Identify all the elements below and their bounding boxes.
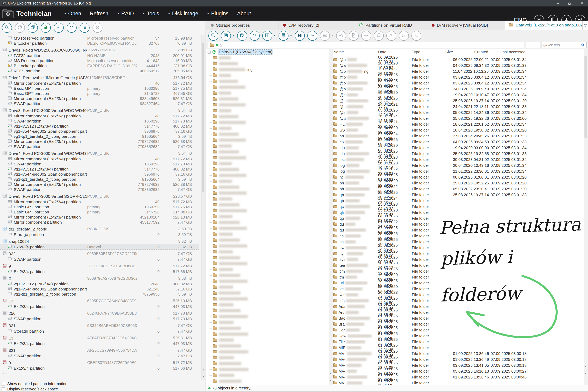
file-row[interactable]: .co04.09.2025 09:34:59File folder04.09.2…	[334, 138, 588, 143]
file-row[interactable]: .SS18.04.2020 19:30:32File folder18.04.2…	[334, 126, 588, 132]
file-row[interactable]: .tea18.04.2020 19:32:12File folder	[334, 261, 588, 267]
folder-tree-item[interactable]	[206, 226, 329, 231]
file-row[interactable]: MV-01.09.2025 13:36:46File folder01.09.2…	[334, 372, 588, 378]
listview-button[interactable]	[278, 31, 288, 41]
file-row[interactable]: .@a06.09.2025 22:00:21File folder06.09.2…	[334, 55, 588, 61]
folder-tree-item[interactable]	[206, 149, 329, 155]
scroll-up-icon[interactable]: ▲	[329, 372, 332, 375]
file-row[interactable]: MV-03.09.2025 13:41:05File folder03.09.2…	[334, 361, 588, 367]
storage-tree-row[interactable]: Drive2: Removable JMicron Generic (USB/J…	[0, 75, 199, 80]
file-row[interactable]: .sa25.08.2025 19:30:21File folder	[334, 237, 588, 243]
list-button[interactable]	[80, 23, 90, 33]
folder-tree-item[interactable]	[206, 120, 329, 126]
panes-button[interactable]	[262, 31, 272, 41]
file-row[interactable]: .an27.08.2024 20:45:26File folder27.08.2…	[334, 132, 588, 138]
file-row[interactable]: .qb19.12.2024 07:35:00File folder	[334, 196, 588, 202]
folder-tree-item[interactable]	[206, 90, 329, 96]
file-row[interactable]: .qb25.08.2025 19:37:14File folder25.08.2…	[334, 190, 588, 196]
folder-tree-item[interactable]	[206, 308, 329, 314]
folder-tree-item[interactable]	[206, 361, 329, 366]
storage-tree-row[interactable]: BitLocker partitionDESKTOP-E6QVPEI RAID6…	[0, 41, 199, 46]
maximize-button[interactable]	[564, 0, 576, 6]
folder-tree-item[interactable]	[206, 343, 329, 349]
file-row[interactable]: .qu01.03.2022 14:42:35File folder	[334, 220, 588, 226]
storage-tree-row[interactable]: SWAP partition77983526327.47 GB	[0, 144, 199, 149]
folder-tree-item[interactable]	[206, 302, 329, 308]
file-row[interactable]: .@a18.04.2020 19:30:52File folder04.09.2…	[334, 61, 588, 67]
storage-tree-row[interactable]: Mirror component (Ext2/3/4) partition405…	[0, 81, 199, 86]
file-row[interactable]: .log21.01.2022 23:30:01File folder21.01.…	[334, 167, 588, 173]
storage-tree-row[interactable]: vg1-tp1_tierdata_2_fcorig partition81905…	[0, 177, 199, 182]
scroll-down-icon[interactable]: ▼	[329, 379, 332, 382]
file-row[interactable]: .sys26.08.2025 15:18:09File folder	[334, 249, 588, 255]
storage-tree-row[interactable]: Storage partition03.59 TB	[0, 232, 199, 237]
storage-tree-row[interactable]: tp1_tierdata_2_fcorigPC3K_DISK3.59 TB	[0, 226, 199, 232]
card-button[interactable]	[320, 31, 330, 41]
storage-tree-row[interactable]: vg1-tp1_tierdata_2_fcorig partition81905…	[0, 134, 199, 139]
file-row[interactable]: .qu07.09.2025 04:00:00File folder	[334, 226, 588, 232]
storage-tree-row[interactable]: vg1-lv544-seg002 Span component partitio…	[0, 172, 199, 177]
scrollbar-thumb[interactable]	[202, 43, 204, 192]
storage-tree-row[interactable]: vg1-lv544-seg002 Span component partitio…	[0, 129, 199, 134]
file-row[interactable]: Dow01.09.2025 13:36:46File folder	[334, 332, 588, 337]
storage-tree-row[interactable]: Mirror component (Ext2/3/4) partition405…	[0, 199, 199, 204]
folder-tree-item[interactable]	[206, 196, 329, 202]
folder-tree-item[interactable]	[206, 266, 329, 272]
menu-item-refresh[interactable]: Refresh	[90, 10, 108, 17]
folder-tree-item[interactable]	[206, 126, 329, 131]
file-list-scrollbar[interactable]: ▲ ▼	[584, 49, 588, 385]
file-row[interactable]: Arc01.09.2025 13:36:45File folder	[334, 308, 588, 314]
tab-partitions-on-virtual-raid[interactable]: Partitions on Virtual RAID	[354, 20, 427, 30]
folder-tree-item[interactable]	[206, 325, 329, 331]
folder-tree-item[interactable]	[206, 166, 329, 172]
storage-tree-row[interactable]: 321AF25CC273949FC56734DAF...7.47 GB	[0, 348, 199, 353]
folder-tree-item[interactable]	[206, 237, 329, 243]
storage-tree-row[interactable]: vg1-tp1_tierdata_2_fcorig partition78759…	[0, 292, 199, 297]
storage-tree-row[interactable]: Ext2/3/4 partitionDataVol103.32 TB	[0, 244, 199, 250]
file-row[interactable]: .@s05.08.2025 14:24:36File folder05.08.2…	[334, 108, 588, 114]
export-button[interactable]	[386, 31, 396, 41]
binoculars-button[interactable]	[295, 31, 305, 41]
file-row[interactable]: .uti18.04.2025 02:03:45File folder	[334, 278, 588, 284]
storage-tree-row[interactable]: Mirror component (Ext2/3/4) partition983…	[0, 96, 199, 101]
storage-tree-row[interactable]: FAT32 partitionNO NAME2048200.01 MB	[0, 53, 199, 58]
storage-tree-row[interactable]: vg1-lv1312 (Ext2/3/4) partition314777640…	[0, 166, 199, 172]
file-row[interactable]: MIR01.09.2025 13:36:45File folder	[334, 343, 588, 349]
file-row[interactable]: Ada01.09.2025 13:36:46File folder	[334, 302, 588, 308]
folder-tree-item[interactable]	[206, 155, 329, 161]
ab-button[interactable]: ÄB	[307, 31, 317, 41]
folder-tree-item[interactable]	[206, 61, 329, 67]
menu-item-about[interactable]: About	[237, 10, 251, 17]
file-row[interactable]: .qp04.09.2025 08:18:07File folder	[334, 214, 588, 220]
file-row[interactable]: .@b24.08.2025 14:09:40File folder24.08.2…	[334, 84, 588, 90]
storage-tree-row[interactable]: Basic GPT partitionprimary3145728214.08 …	[0, 210, 199, 214]
folder-tree-item[interactable]	[206, 161, 329, 166]
column-header-size[interactable]: Size	[441, 50, 453, 54]
reserved-space-option[interactable]: Display reserved/slack space	[2, 386, 205, 392]
folder-tree-item[interactable]	[206, 278, 329, 284]
folder-tree-item[interactable]	[206, 131, 329, 137]
file-save-button[interactable]	[349, 31, 359, 41]
storage-tree-row[interactable]: 136295E7CCEA6498B4888E93...526.13 MB	[0, 298, 199, 304]
scroll-up-icon[interactable]: ▲	[584, 365, 587, 368]
folder-tree-item[interactable]	[206, 208, 329, 214]
file-row[interactable]: .qc25.04.2023 04:43:22File folder	[334, 202, 588, 208]
save-button[interactable]	[221, 31, 231, 41]
storage-tree-row[interactable]: Virtual RAID3.81 TB	[0, 372, 199, 374]
minimize-button[interactable]: –	[552, 0, 564, 6]
storage-tree-row[interactable]: SWAP partition07.47 GB	[0, 257, 199, 262]
folder-tree-item[interactable]	[206, 96, 329, 102]
file-row[interactable]: .@c19.04.2020 10:10:47File folder19.04.2…	[334, 90, 588, 96]
collapse-icon[interactable]: -	[208, 50, 210, 54]
chevron-down-icon[interactable]: ▼	[331, 34, 334, 37]
storage-tree-row[interactable]: SWAP partition1060296517.73 MB	[0, 162, 199, 166]
folder-tree-item[interactable]	[206, 349, 329, 355]
file-row[interactable]: .idn19.04.2020 03:00:00File folder19.04.…	[334, 143, 588, 149]
tab-lvm-recovery-virtual-raid-[interactable]: LVM recovery [Virtual RAID]	[427, 20, 505, 30]
storage-tree-row[interactable]: Mirror component (Ext2/3/4) partition405…	[0, 114, 199, 118]
lock-button[interactable]	[41, 23, 51, 33]
file-row[interactable]: .nc08.09.2025 01:00:01File folder08.09.2…	[334, 173, 588, 178]
folder-tree-item[interactable]	[206, 272, 329, 278]
storage-tree-row[interactable]: BitLocker partitionEXPRESS-RAID C: 8.09.…	[0, 63, 199, 68]
file-row[interactable]: .@bng11.04.2022 10:13:25File folder11.04…	[334, 67, 588, 73]
